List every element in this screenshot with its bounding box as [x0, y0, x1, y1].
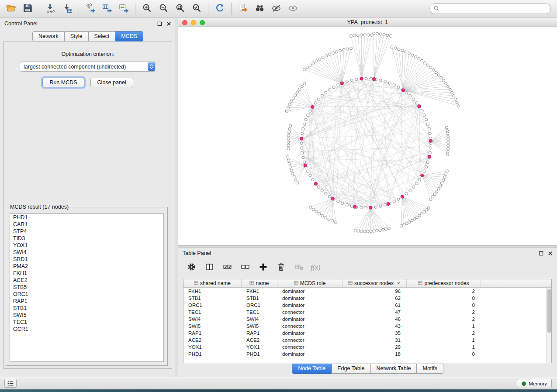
table-row[interactable]: SWI4SWI4dominator462 — [183, 316, 546, 323]
tab-node-table[interactable]: Node Table — [292, 364, 332, 374]
mcds-node-item[interactable]: YOX1 — [10, 242, 163, 249]
mcds-result-list[interactable]: PHD1CAR1STP4TID3YOX1SWI4SRD1PMA2FKH1ACE2… — [10, 213, 164, 362]
column-header-MCDS-role[interactable]: MCDS role — [277, 279, 343, 287]
column-header-name[interactable]: name — [242, 279, 277, 287]
export-table-button[interactable] — [99, 2, 115, 16]
import-table-button[interactable] — [59, 2, 76, 16]
memory-button[interactable]: Memory — [517, 379, 552, 388]
delete-table-button[interactable] — [292, 261, 306, 274]
column-header-successor-nodes[interactable]: successor nodes — [343, 279, 407, 287]
tab-motifs[interactable]: Motifs — [417, 364, 443, 374]
show-panels-button[interactable] — [4, 379, 17, 388]
control-panel: Control Panel NetworkStyleSelectMCDS Opt… — [0, 18, 176, 377]
mcds-node-item[interactable]: ACE2 — [10, 277, 163, 284]
table-row[interactable]: STB1STB1dominator620 — [183, 295, 546, 302]
select-all-checkbox-button[interactable] — [220, 261, 234, 274]
table-row[interactable]: SWI5SWI5connector431 — [183, 323, 546, 330]
hide-style-button[interactable] — [268, 2, 284, 16]
table-row[interactable]: RAP1RAP1dominator352 — [183, 330, 546, 337]
close-window-icon[interactable] — [182, 20, 187, 25]
show-graphics-button[interactable] — [284, 2, 301, 16]
column-label: shared name — [200, 280, 231, 286]
mcds-node-item[interactable]: PHD1 — [10, 214, 163, 221]
cell-MCDS-role: connector — [277, 309, 343, 315]
search-network-button[interactable] — [251, 2, 268, 16]
open-file-button[interactable] — [3, 2, 19, 16]
float-table-panel-icon[interactable] — [539, 251, 543, 256]
table-row[interactable]: PHD1PHD1dominator180 — [183, 351, 546, 358]
mcds-node-item[interactable]: TEC1 — [10, 319, 163, 326]
deselect-all-checkbox-button[interactable] — [238, 261, 252, 274]
save-session-button[interactable] — [19, 2, 36, 16]
tab-network-table[interactable]: Network Table — [371, 364, 417, 374]
delete-row-button[interactable] — [274, 261, 288, 274]
network-graph[interactable] — [178, 27, 557, 245]
split-view-button[interactable] — [202, 261, 216, 274]
maximize-window-icon[interactable] — [200, 20, 205, 25]
mcds-node-item[interactable]: STB1 — [10, 305, 163, 312]
search-box[interactable] — [429, 3, 551, 14]
table-row[interactable]: ACE2ACE2connector311 — [183, 337, 546, 344]
cell-predecessor-nodes: 2 — [407, 289, 481, 294]
column-header-shared-name[interactable]: shared name — [183, 279, 242, 287]
tab-style[interactable]: Style — [65, 31, 89, 41]
function-icon: f(x) — [310, 264, 320, 272]
zoom-fit-button[interactable] — [172, 2, 188, 16]
export-document-button[interactable] — [235, 2, 251, 16]
column-grid-icon — [194, 280, 198, 286]
run-mcds-button[interactable]: Run MCDS — [42, 78, 84, 87]
column-header-predecessor-nodes[interactable]: predecessor nodes — [407, 279, 481, 287]
mcds-node-item[interactable]: SRD1 — [10, 256, 163, 263]
close-table-panel-icon[interactable] — [548, 251, 553, 256]
search-input[interactable] — [439, 5, 550, 13]
tab-edge-table[interactable]: Edge Table — [332, 364, 370, 374]
close-panel-icon[interactable] — [166, 21, 171, 26]
network-canvas[interactable] — [178, 27, 557, 245]
export-network-button[interactable] — [82, 2, 99, 16]
table-scrollbar-thumb[interactable] — [547, 289, 551, 333]
table-row[interactable]: FKH1FKH1dominator962 — [183, 288, 546, 295]
close-panel-button[interactable]: Close panel — [90, 78, 133, 87]
mcds-node-item[interactable]: SWI5 — [10, 312, 163, 319]
add-row-button[interactable] — [256, 261, 270, 274]
mcds-node-item[interactable]: STB5 — [10, 284, 163, 291]
mcds-node-item[interactable]: FKH1 — [10, 270, 163, 277]
mcds-node-item[interactable]: PMA2 — [10, 263, 163, 270]
gear-button[interactable] — [184, 261, 198, 274]
float-panel-icon[interactable] — [157, 21, 162, 26]
function-button[interactable]: f(x) — [310, 261, 320, 274]
mcds-node-item[interactable]: SWI4 — [10, 249, 163, 256]
control-panel-title: Control Panel — [4, 21, 157, 27]
import-network-button[interactable] — [42, 2, 59, 16]
network-window-titlebar[interactable]: YPA_prune.txt_1 — [178, 18, 557, 27]
mcds-node-item[interactable]: RAP1 — [10, 298, 163, 305]
zoom-in-button[interactable] — [138, 2, 155, 16]
zoom-selected-button[interactable] — [188, 2, 205, 16]
cell-predecessor-nodes: 1 — [407, 323, 481, 329]
mcds-node-item[interactable]: ORC1 — [10, 291, 163, 298]
mcds-node-item[interactable]: STP4 — [10, 228, 163, 235]
mcds-node-item[interactable]: GCR1 — [10, 326, 163, 333]
export-image-button[interactable] — [115, 2, 132, 16]
zoom-out-button[interactable] — [155, 2, 172, 16]
column-grid-icon — [249, 280, 254, 286]
mcds-node-item[interactable]: TID3 — [10, 235, 163, 242]
tab-select[interactable]: Select — [89, 31, 116, 41]
mcds-node-item[interactable]: CAR1 — [10, 221, 163, 228]
table-row[interactable]: TEC1TEC1connector472 — [183, 309, 546, 316]
table-row[interactable]: YOX1YOX1connector291 — [183, 344, 546, 351]
table-row[interactable]: ORC1ORC1dominator610 — [183, 302, 546, 309]
cell-successor-nodes: 18 — [343, 351, 407, 357]
refresh-view-button[interactable] — [211, 2, 228, 16]
table-scrollbar[interactable] — [546, 288, 551, 363]
column-grid-icon — [418, 280, 422, 286]
tab-network[interactable]: Network — [32, 31, 65, 41]
criterion-select[interactable]: largest connected component (undirected) — [20, 62, 156, 72]
tab-mcds[interactable]: MCDS — [115, 31, 143, 41]
application-window: Control Panel NetworkStyleSelectMCDS Opt… — [0, 0, 557, 392]
toolbar-divider — [39, 3, 39, 15]
export-image-icon — [119, 3, 129, 14]
minimize-window-icon[interactable] — [191, 20, 196, 25]
delete-table-icon — [294, 262, 304, 273]
optimization-criterion-label: Optimization criterion: — [4, 51, 172, 57]
